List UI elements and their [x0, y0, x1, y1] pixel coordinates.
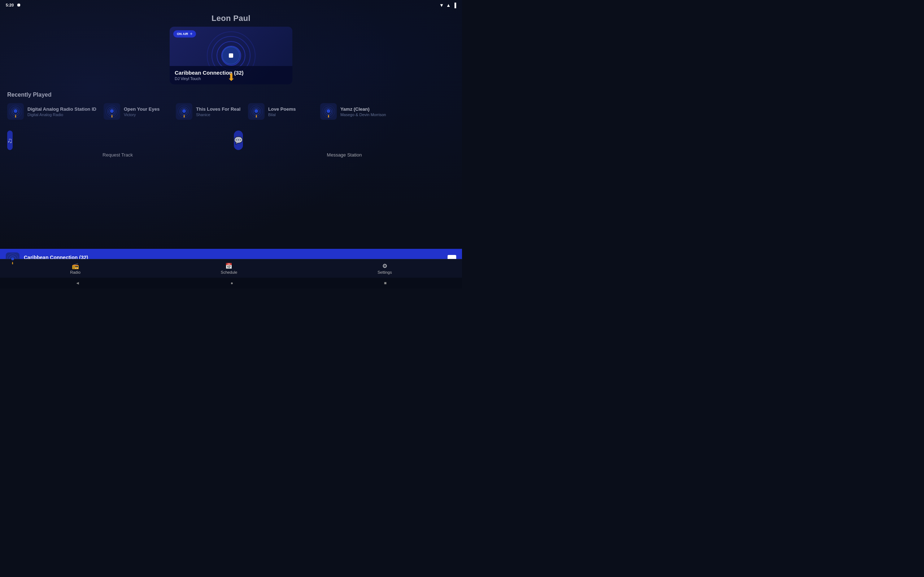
on-air-badge: ON AIR + — [173, 30, 196, 37]
mini-download-icon: ⬇ — [110, 114, 113, 118]
track-artist: Digital Analog Radio — [27, 113, 96, 117]
list-item[interactable]: ⬇ Open Your Eyes Victory — [103, 103, 168, 120]
radio-nav-label: Radio — [70, 270, 81, 274]
mini-radio-center-icon — [254, 109, 258, 113]
nav-item-radio[interactable]: 📻 Radio — [70, 263, 81, 274]
now-playing-section: ON AIR + ⬇ Caribbean Connection (32) — [0, 27, 462, 84]
podcast-icon: ⏺ — [16, 3, 21, 8]
schedule-nav-label: Schedule — [221, 270, 237, 274]
recently-played-list: ⬇ Digital Analog Radio Station ID Digita… — [7, 103, 455, 120]
mini-download-icon: ⬇ — [183, 114, 186, 118]
settings-nav-label: Settings — [378, 270, 392, 274]
download-arrow-icon: ⬇ — [227, 73, 235, 82]
request-track-label: Request Track — [7, 152, 228, 158]
track-artist: Bilal — [268, 113, 296, 117]
message-station-wrap: 💬 Message Station — [234, 131, 455, 158]
track-artist: Victory — [124, 113, 160, 117]
settings-nav-icon: ⚙ — [382, 263, 387, 269]
system-nav-bar: ◄ ● ■ — [0, 278, 462, 288]
track-thumbnail: ⬇ — [176, 103, 192, 120]
track-artist: Shanice — [196, 113, 241, 117]
center-disc — [222, 47, 240, 64]
nav-item-settings[interactable]: ⚙ Settings — [378, 263, 392, 274]
track-thumbnail: ⬇ — [320, 103, 337, 120]
recently-played-title: Recently Played — [7, 92, 455, 98]
request-track-wrap: ♫ Request Track — [7, 131, 228, 158]
track-info: Yamz (Clean) Masego & Devin Morrison — [340, 106, 386, 117]
track-title: This Loves For Real — [196, 106, 241, 112]
track-title: Open Your Eyes — [124, 106, 160, 112]
battery-icon: ▐ — [453, 3, 456, 8]
status-bar: 5:20 ⏺ ▼ ▲ ▐ — [0, 0, 462, 10]
music-note-icon: ♫ — [7, 136, 13, 145]
list-item[interactable]: ⬇ Yamz (Clean) Masego & Devin Morrison — [320, 103, 386, 120]
track-thumbnail: ⬇ — [7, 103, 24, 120]
mini-radio-center-icon — [110, 109, 114, 113]
track-info: This Loves For Real Shanice — [196, 106, 241, 117]
action-buttons: ♫ Request Track 💬 Message Station — [0, 123, 462, 158]
bottom-nav: 📻 Radio 📅 Schedule ⚙ Settings — [0, 259, 462, 278]
radio-nav-icon: 📻 — [72, 263, 79, 269]
recently-played-section: Recently Played ⬇ Digital Analog Radio S… — [0, 84, 462, 123]
list-item[interactable]: ⬇ Love Poems Bilal — [248, 103, 313, 120]
list-item[interactable]: ⬇ Digital Analog Radio Station ID Digita… — [7, 103, 96, 120]
track-thumbnail: ⬇ — [103, 103, 120, 120]
track-title: Love Poems — [268, 106, 296, 112]
status-icons: ▼ ▲ ▐ — [439, 3, 456, 8]
signal-icon: ▲ — [446, 3, 451, 8]
mini-download-icon: ⬇ — [327, 114, 330, 118]
on-air-plus-icon: + — [190, 31, 192, 36]
mini-radio-center-icon — [327, 109, 330, 113]
track-info: Love Poems Bilal — [268, 106, 296, 117]
chat-icon: 💬 — [234, 136, 243, 145]
track-info: Digital Analog Radio Station ID Digital … — [27, 106, 96, 117]
list-item[interactable]: ⬇ This Loves For Real Shanice — [176, 103, 241, 120]
track-thumbnail: ⬇ — [248, 103, 265, 120]
status-time: 5:20 — [6, 3, 14, 7]
wifi-icon: ▼ — [439, 3, 444, 8]
home-button[interactable]: ● — [231, 280, 233, 285]
request-track-button[interactable]: ♫ — [7, 131, 13, 150]
message-station-button[interactable]: 💬 — [234, 131, 243, 150]
now-playing-card[interactable]: ON AIR + ⬇ Caribbean Connection (32) — [170, 27, 292, 84]
nav-item-schedule[interactable]: 📅 Schedule — [221, 263, 237, 274]
mini-radio-center-icon — [14, 109, 17, 113]
message-station-label: Message Station — [234, 152, 455, 158]
mini-download-icon: ⬇ — [14, 114, 17, 118]
mini-download-icon: ⬇ — [255, 114, 258, 118]
schedule-nav-icon: 📅 — [225, 263, 233, 269]
track-title: Yamz (Clean) — [340, 106, 386, 112]
recents-button[interactable]: ■ — [384, 280, 386, 285]
disc-center — [229, 53, 233, 58]
track-title: Digital Analog Radio Station ID — [27, 106, 96, 112]
back-button[interactable]: ◄ — [76, 280, 80, 285]
track-info: Open Your Eyes Victory — [124, 106, 160, 117]
track-artist: Masego & Devin Morrison — [340, 113, 386, 117]
mini-radio-center-icon — [182, 109, 186, 113]
